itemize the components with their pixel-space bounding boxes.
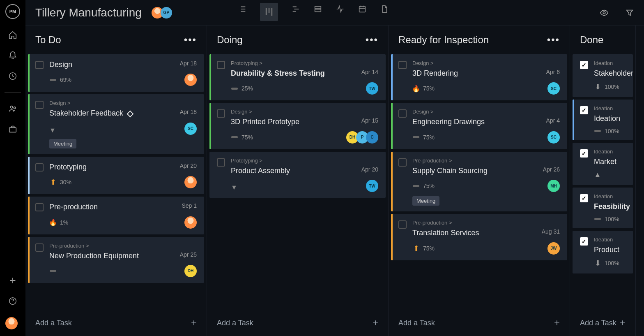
checkbox[interactable] <box>35 203 44 211</box>
task-card[interactable]: DesignApr 1869% <box>28 54 204 92</box>
left-nav-rail: PM <box>0 0 25 336</box>
priority-icon <box>49 270 57 272</box>
activity-icon[interactable] <box>336 5 345 14</box>
task-name: Stakeholder <box>594 69 633 78</box>
task-card[interactable]: PrototypingApr 20⬆30% <box>28 157 204 194</box>
task-name: Market <box>594 157 616 167</box>
checkbox[interactable] <box>398 220 407 229</box>
briefcase-icon[interactable] <box>8 125 17 134</box>
avatar[interactable] <box>184 74 197 86</box>
add-task-button[interactable]: Add a Task+ <box>389 310 570 336</box>
column-title: Ready for Inspection <box>398 34 489 46</box>
task-card[interactable]: ✓IdeationFeasibility100% <box>573 188 633 228</box>
table-view-icon[interactable] <box>313 5 322 14</box>
avatar[interactable]: SC <box>547 131 560 144</box>
add-task-button[interactable]: Add a Task+ <box>207 310 388 336</box>
checkbox[interactable] <box>35 61 44 69</box>
parent-breadcrumb: Ideation <box>594 105 626 111</box>
priority-icon <box>594 130 601 132</box>
task-card[interactable]: ✓IdeationStakeholder⬇100% <box>573 54 633 97</box>
task-card[interactable]: ✓IdeationMarket▲ <box>573 143 633 185</box>
people-icon[interactable] <box>8 104 17 113</box>
help-icon[interactable] <box>8 297 17 306</box>
avatar[interactable]: C <box>366 131 378 144</box>
checkbox[interactable]: ✓ <box>580 61 588 69</box>
project-members[interactable]: GP <box>152 7 172 19</box>
checkbox[interactable]: ✓ <box>580 194 588 202</box>
assignees: TW <box>366 82 378 95</box>
board-view-icon[interactable] <box>260 3 278 21</box>
task-card[interactable]: Design >3D RenderingApr 6🔥75%SC <box>391 54 567 100</box>
checkbox[interactable] <box>398 109 407 118</box>
assignees: TW <box>366 180 378 192</box>
checkbox[interactable]: ✓ <box>580 106 588 114</box>
task-name: Design <box>49 60 72 70</box>
task-card[interactable]: Design >Stakeholder Feedback Apr 18▼SCMe… <box>28 94 204 154</box>
checkbox[interactable] <box>398 158 407 167</box>
progress-percent: 25% <box>242 85 253 92</box>
parent-breadcrumb: Ideation <box>594 148 626 155</box>
parent-breadcrumb: Design > <box>412 109 560 115</box>
add-task-label: Add a Task <box>580 319 616 327</box>
column-menu-icon[interactable]: ••• <box>366 34 378 46</box>
priority-icon <box>49 79 57 81</box>
task-card[interactable]: Pre-production >Supply Chain SourcingApr… <box>391 152 567 211</box>
column-menu-icon[interactable]: ••• <box>184 34 197 46</box>
avatar[interactable]: JW <box>547 242 560 255</box>
chevron-down-icon[interactable]: ▼ <box>49 127 56 134</box>
home-icon[interactable] <box>8 30 17 39</box>
column-menu-icon[interactable]: ••• <box>547 34 560 46</box>
kanban-board: To Do•••DesignApr 1869%Design >Stakehold… <box>25 25 644 336</box>
avatar[interactable]: DH <box>184 265 197 277</box>
add-icon[interactable] <box>8 276 17 285</box>
bell-icon[interactable] <box>8 51 17 60</box>
priority-icon: ⬆ <box>412 244 420 253</box>
checkbox[interactable]: ✓ <box>580 237 588 246</box>
avatar[interactable] <box>184 176 197 188</box>
filter-icon[interactable] <box>625 8 634 17</box>
gantt-view-icon[interactable] <box>291 5 300 14</box>
milestone-icon <box>127 110 134 117</box>
eye-icon[interactable] <box>600 8 609 17</box>
checkbox[interactable] <box>398 61 407 69</box>
task-card[interactable]: Design >3D Printed PrototypeApr 1575%DHP… <box>209 103 386 149</box>
task-card[interactable]: Pre-production >Translation ServicesAug … <box>391 214 567 260</box>
parent-breadcrumb: Pre-production > <box>412 158 560 164</box>
task-card[interactable]: Pre-productionSep 1🔥1% <box>28 197 204 234</box>
avatar[interactable]: SC <box>547 82 560 95</box>
file-icon[interactable] <box>380 5 389 14</box>
task-card[interactable]: Pre-production >New Production Equipment… <box>28 237 204 283</box>
checkbox[interactable]: ✓ <box>580 149 588 158</box>
checkbox[interactable] <box>35 163 44 171</box>
checkbox[interactable] <box>217 109 225 118</box>
add-task-button[interactable]: Add a Task+ <box>25 310 207 336</box>
checkbox[interactable] <box>35 243 44 252</box>
task-card[interactable]: Prototyping >Product AssemblyApr 20▼TW <box>209 152 386 198</box>
avatar[interactable]: TW <box>366 82 378 95</box>
due-date: Apr 6 <box>542 69 560 75</box>
clock-icon[interactable] <box>8 72 17 81</box>
avatar[interactable]: SC <box>184 123 197 135</box>
priority-icon <box>594 218 601 220</box>
app-logo[interactable]: PM <box>5 4 20 19</box>
task-card[interactable]: Prototyping >Durability & Stress Testing… <box>209 54 386 100</box>
checkbox[interactable] <box>35 101 44 109</box>
priority-icon: ⬇ <box>594 259 601 268</box>
checkbox[interactable] <box>217 61 225 69</box>
calendar-icon[interactable] <box>358 5 367 14</box>
task-card[interactable]: Design >Engineering DrawingsApr 475%SC <box>391 103 567 149</box>
task-card[interactable]: ✓IdeationProduct⬇100% <box>573 231 633 273</box>
avatar[interactable]: GP <box>161 7 172 19</box>
avatar[interactable] <box>184 216 197 229</box>
chevron-down-icon[interactable]: ▼ <box>231 184 237 191</box>
task-card[interactable]: ✓IdeationIdeation100% <box>573 100 633 140</box>
add-task-button[interactable]: Add a Task+ <box>570 310 635 336</box>
user-avatar[interactable] <box>5 317 18 329</box>
list-view-icon[interactable] <box>238 5 247 14</box>
svg-rect-5 <box>315 6 321 12</box>
avatar[interactable]: MH <box>547 180 560 192</box>
checkbox[interactable] <box>217 158 225 167</box>
kanban-column: Doing•••Prototyping >Durability & Stress… <box>207 25 389 336</box>
avatar[interactable]: TW <box>366 180 378 192</box>
svg-rect-6 <box>359 6 366 12</box>
